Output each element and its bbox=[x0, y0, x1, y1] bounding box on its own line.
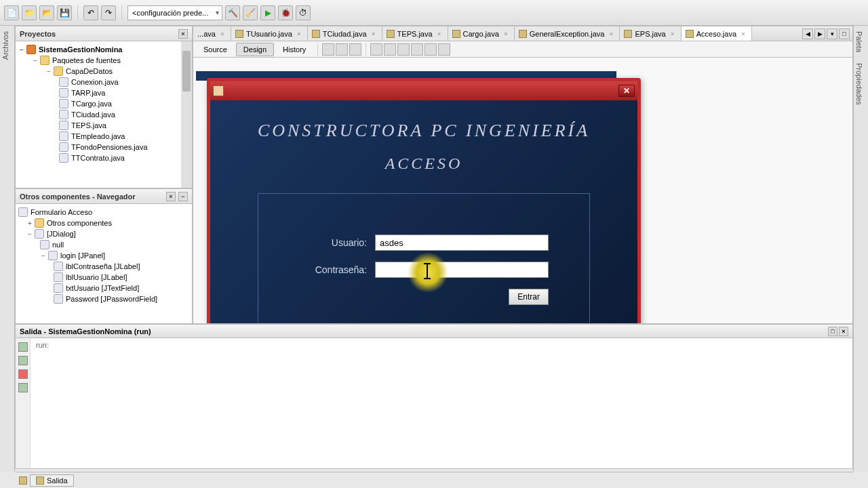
nav-item[interactable]: −[JDialog] bbox=[16, 228, 192, 239]
java-file-icon bbox=[235, 30, 243, 38]
output-gutter bbox=[16, 338, 31, 468]
navigator-panel: Otros componentes - Navegador × − Formul… bbox=[15, 188, 193, 324]
design-canvas[interactable]: ✕ CONSTRUCTORA PC INGENIERÍA ACCESO Usua… bbox=[193, 58, 852, 323]
preview-icon[interactable] bbox=[349, 43, 361, 56]
close-icon[interactable]: × bbox=[502, 30, 510, 38]
dialog-body: CONSTRUCTORA PC INGENIERÍA ACCESO Usuari… bbox=[210, 100, 637, 323]
tree-package-capa[interactable]: −CapaDeDatos bbox=[16, 66, 192, 77]
maximize-icon[interactable]: □ bbox=[828, 327, 837, 336]
selection-mode-icon[interactable] bbox=[322, 43, 334, 56]
run-icon[interactable]: ▶ bbox=[260, 5, 275, 20]
undo-icon[interactable]: ↶ bbox=[83, 5, 98, 20]
tab-list-icon[interactable]: ▾ bbox=[827, 28, 837, 39]
open-icon[interactable]: 📂 bbox=[39, 5, 54, 20]
connection-mode-icon[interactable] bbox=[336, 43, 348, 56]
projects-header: Proyectos × bbox=[16, 26, 192, 41]
align-icon[interactable] bbox=[438, 43, 450, 56]
profile-icon[interactable]: ⏱ bbox=[296, 5, 311, 20]
close-icon[interactable]: × bbox=[295, 30, 303, 38]
scroll-thumb[interactable] bbox=[182, 51, 191, 92]
build-icon[interactable]: 🔨 bbox=[225, 5, 240, 20]
output-view-icon[interactable] bbox=[19, 476, 27, 485]
align-icon[interactable] bbox=[384, 43, 396, 56]
projects-tree: −SistemaGestionNomina −Paquetes de fuent… bbox=[16, 41, 192, 188]
scrollbar[interactable] bbox=[181, 41, 192, 188]
minimize-icon[interactable]: − bbox=[178, 192, 188, 201]
settings-icon[interactable] bbox=[18, 383, 28, 392]
tree-file[interactable]: TTContrato.java bbox=[16, 152, 192, 163]
output-title: Salida - SistemaGestionNomina (run) bbox=[20, 327, 151, 336]
close-icon[interactable]: × bbox=[839, 327, 848, 336]
close-icon[interactable]: × bbox=[218, 30, 226, 38]
close-icon[interactable]: × bbox=[370, 30, 378, 38]
new-project-icon[interactable]: 📁 bbox=[22, 5, 37, 20]
output-console[interactable]: run: bbox=[31, 338, 852, 468]
redo-icon[interactable]: ↷ bbox=[101, 5, 116, 20]
tree-file[interactable]: TEmpleado.java bbox=[16, 131, 192, 142]
separator bbox=[121, 5, 122, 20]
editor-tab[interactable]: Cargo.java× bbox=[448, 26, 515, 41]
close-icon[interactable]: × bbox=[178, 29, 188, 39]
main-toolbar: 📄 📁 📂 💾 ↶ ↷ <configuración prede... 🔨 🧹 … bbox=[0, 0, 868, 26]
editor-tab-active[interactable]: Acceso.java× bbox=[682, 26, 752, 41]
tree-file[interactable]: Conexion.java bbox=[16, 77, 192, 87]
tree-file[interactable]: TEPS.java bbox=[16, 120, 192, 131]
nav-item[interactable]: −login [JPanel] bbox=[16, 250, 192, 261]
close-icon[interactable]: × bbox=[607, 30, 615, 38]
align-icon[interactable] bbox=[411, 43, 423, 56]
tree-packages[interactable]: −Paquetes de fuentes bbox=[16, 55, 192, 66]
history-tab[interactable]: History bbox=[275, 43, 313, 56]
nav-item[interactable]: lblContraseña [JLabel] bbox=[16, 261, 192, 272]
stop-icon[interactable] bbox=[18, 369, 28, 379]
java-file-icon bbox=[452, 30, 460, 38]
rerun-icon[interactable] bbox=[18, 342, 28, 352]
editor-tab[interactable]: TCiudad.java× bbox=[308, 26, 382, 41]
editor-tab[interactable]: TUsuario.java× bbox=[231, 26, 308, 41]
rerun-debug-icon[interactable] bbox=[18, 356, 28, 365]
prev-tab-icon[interactable]: ◀ bbox=[802, 28, 813, 39]
source-tab[interactable]: Source bbox=[196, 43, 235, 56]
tree-file[interactable]: TCiudad.java bbox=[16, 109, 192, 120]
editor-tab[interactable]: ...ava× bbox=[193, 26, 231, 41]
run-config-select[interactable]: <configuración prede... bbox=[127, 5, 222, 20]
clean-build-icon[interactable]: 🧹 bbox=[243, 5, 258, 20]
maximize-icon[interactable]: □ bbox=[839, 28, 850, 39]
salida-tab[interactable]: Salida bbox=[30, 474, 74, 487]
nav-item[interactable]: txtUsuario [JTextField] bbox=[16, 283, 192, 293]
projects-title: Proyectos bbox=[20, 30, 56, 38]
close-icon[interactable]: × bbox=[166, 192, 176, 201]
tree-file[interactable]: TCargo.java bbox=[16, 98, 192, 109]
close-icon[interactable]: × bbox=[739, 30, 747, 38]
align-icon[interactable] bbox=[425, 43, 437, 56]
nav-item[interactable]: null bbox=[16, 239, 192, 250]
editor-tab[interactable]: GeneralException.java× bbox=[515, 26, 620, 41]
nav-item[interactable]: Formulario Acceso bbox=[16, 207, 192, 218]
java-file-icon bbox=[59, 131, 68, 141]
nav-item[interactable]: Password [JPasswordField] bbox=[16, 293, 192, 304]
right-sidebar: Paleta Propiedades bbox=[853, 26, 868, 472]
new-file-icon[interactable]: 📄 bbox=[4, 5, 19, 20]
propiedades-tab[interactable]: Propiedades bbox=[854, 58, 865, 110]
align-icon[interactable] bbox=[370, 43, 382, 56]
tree-file[interactable]: TFondoPensiones.java bbox=[16, 142, 192, 152]
editor-tab[interactable]: EPS.java× bbox=[620, 26, 681, 41]
nav-item[interactable]: lblUsuario [JLabel] bbox=[16, 272, 192, 283]
archivos-tab[interactable]: Archivos bbox=[0, 26, 11, 65]
align-icon[interactable] bbox=[397, 43, 410, 56]
user-input[interactable] bbox=[375, 235, 549, 251]
design-tab[interactable]: Design bbox=[236, 43, 274, 56]
tree-file[interactable]: TARP.java bbox=[16, 87, 192, 98]
nav-item[interactable]: +Otros componentes bbox=[16, 218, 192, 228]
editor-tab[interactable]: TEPS.java× bbox=[382, 26, 448, 41]
entrar-button[interactable]: Entrar bbox=[509, 289, 549, 305]
close-icon[interactable]: × bbox=[435, 30, 443, 38]
tree-project-root[interactable]: −SistemaGestionNomina bbox=[16, 44, 192, 55]
debug-icon[interactable]: 🐞 bbox=[278, 5, 293, 20]
save-all-icon[interactable]: 💾 bbox=[57, 5, 72, 20]
paleta-tab[interactable]: Paleta bbox=[854, 26, 865, 58]
dialog-close-button[interactable]: ✕ bbox=[618, 85, 635, 97]
java-file-icon bbox=[387, 30, 395, 38]
close-icon[interactable]: × bbox=[669, 30, 677, 38]
next-tab-icon[interactable]: ▶ bbox=[814, 28, 825, 39]
password-input[interactable] bbox=[375, 262, 549, 278]
